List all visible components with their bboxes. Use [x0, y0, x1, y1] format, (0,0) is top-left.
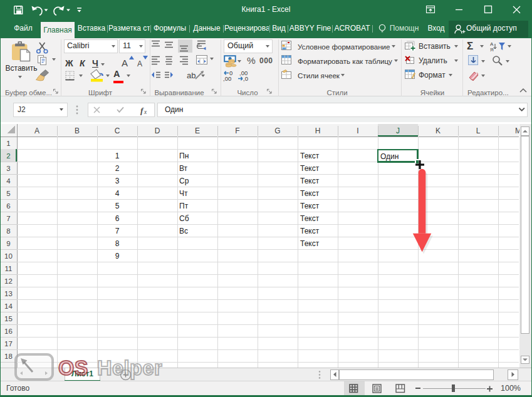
svg-text:C: C [115, 126, 120, 135]
svg-text:B: B [75, 126, 80, 135]
svg-text:7: 7 [115, 227, 120, 235]
svg-text:x: x [143, 109, 147, 115]
svg-text:Сб: Сб [179, 214, 189, 223]
svg-text:7: 7 [6, 215, 10, 222]
svg-text:10: 10 [4, 252, 13, 260]
svg-text:11: 11 [5, 265, 13, 272]
svg-text:L: L [476, 126, 481, 135]
svg-text:H: H [315, 126, 321, 135]
svg-text:13: 13 [4, 290, 13, 297]
svg-text:4: 4 [115, 189, 120, 198]
svg-text:5: 5 [6, 190, 10, 197]
svg-text:F: F [235, 126, 239, 135]
svg-text:Пт: Пт [179, 202, 189, 210]
svg-text:ab: ab [187, 71, 196, 80]
svg-text:Текст: Текст [300, 239, 320, 248]
svg-text:Текст: Текст [300, 202, 320, 210]
svg-text:Текст: Текст [300, 177, 320, 185]
svg-text:4: 4 [6, 177, 11, 185]
svg-text:Ср: Ср [179, 177, 189, 185]
svg-text:D: D [155, 126, 160, 135]
svg-text:Текст: Текст [300, 214, 320, 223]
svg-text:2: 2 [6, 152, 10, 160]
svg-text:,00: ,00 [223, 75, 231, 82]
svg-text:12: 12 [4, 277, 13, 285]
svg-text:OS: OS [58, 357, 88, 379]
svg-text:Один: Один [380, 152, 399, 161]
svg-text:Вт: Вт [179, 164, 188, 173]
svg-text:15: 15 [4, 315, 13, 322]
svg-text:14: 14 [4, 302, 13, 310]
svg-text:16: 16 [4, 327, 13, 335]
svg-text:,0: ,0 [243, 75, 248, 82]
svg-text:8: 8 [6, 227, 10, 235]
svg-text:Чт: Чт [179, 189, 188, 198]
svg-text:Вс: Вс [179, 227, 188, 235]
svg-text:3: 3 [115, 177, 120, 185]
svg-text:8: 8 [115, 239, 120, 248]
svg-text:E: E [195, 126, 200, 135]
svg-text:Текст: Текст [300, 189, 320, 198]
svg-text:6: 6 [6, 202, 10, 210]
svg-text:Текст: Текст [300, 164, 320, 173]
svg-text:6: 6 [115, 214, 120, 223]
svg-text:2: 2 [115, 164, 120, 173]
svg-text:9: 9 [115, 252, 120, 260]
svg-text:I: I [357, 126, 358, 135]
svg-text:Текст: Текст [300, 152, 320, 160]
svg-text:A: A [34, 126, 39, 135]
svg-text:1: 1 [115, 152, 120, 160]
svg-text:K: K [436, 126, 441, 135]
svg-text:G: G [274, 126, 280, 135]
svg-text:Я: Я [490, 47, 494, 52]
svg-text:J: J [396, 126, 400, 135]
svg-text:3: 3 [6, 165, 10, 172]
svg-text:1: 1 [6, 140, 10, 147]
svg-text:Текст: Текст [300, 227, 320, 235]
svg-text:5: 5 [115, 202, 120, 210]
svg-text:Пн: Пн [179, 152, 189, 160]
svg-text:Helper: Helper [97, 357, 162, 379]
svg-text:9: 9 [6, 240, 10, 247]
